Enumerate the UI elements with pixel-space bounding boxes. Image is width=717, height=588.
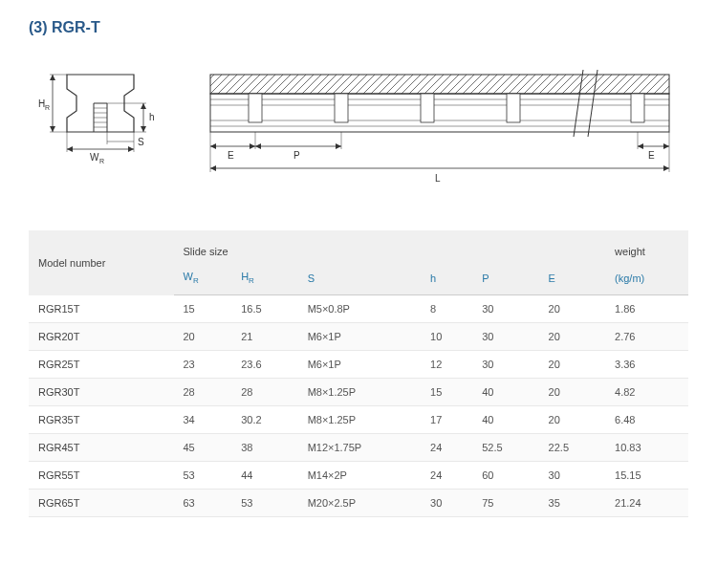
cell-S: M8×1.25P xyxy=(298,379,421,406)
cell-h: 15 xyxy=(421,379,472,406)
col-e: E xyxy=(539,265,605,295)
cell-P: 30 xyxy=(472,323,538,351)
table-row: RGR30T2828M8×1.25P1540204.82 xyxy=(29,379,688,406)
cell-h: 12 xyxy=(421,351,472,379)
cell-h: 24 xyxy=(421,462,472,490)
cell-model: RGR15T xyxy=(29,295,174,323)
cell-weight: 21.24 xyxy=(605,490,688,517)
svg-text:E: E xyxy=(228,150,234,161)
cell-HR: 16.5 xyxy=(231,295,297,323)
cell-model: RGR45T xyxy=(29,434,174,462)
cell-weight: 1.86 xyxy=(605,295,688,323)
table-row: RGR15T1516.5M5×0.8P830201.86 xyxy=(29,295,688,323)
table-row: RGR35T3430.2M8×1.25P1740206.48 xyxy=(29,406,688,434)
svg-text:R: R xyxy=(45,104,50,111)
col-wr: WR xyxy=(174,265,232,295)
cell-E: 20 xyxy=(539,323,605,351)
cell-h: 17 xyxy=(421,406,472,434)
svg-text:L: L xyxy=(435,173,441,184)
cell-E: 20 xyxy=(539,351,605,379)
cell-P: 40 xyxy=(472,379,538,406)
cell-E: 22.5 xyxy=(539,434,605,462)
cell-HR: 53 xyxy=(231,490,297,517)
cell-P: 40 xyxy=(472,406,538,434)
svg-rect-24 xyxy=(210,75,669,94)
cell-E: 30 xyxy=(539,462,605,490)
svg-rect-34 xyxy=(631,94,644,122)
cell-WR: 28 xyxy=(174,379,232,406)
cell-S: M8×1.25P xyxy=(298,406,421,434)
col-hr: HR xyxy=(231,265,297,295)
col-h: h xyxy=(421,265,472,295)
cell-weight: 4.82 xyxy=(605,379,688,406)
table-row: RGR55T5344M14×2P24603015.15 xyxy=(29,462,688,490)
svg-text:h: h xyxy=(149,112,155,122)
cell-model: RGR20T xyxy=(29,323,174,351)
table-row: RGR45T4538M12×1.75P2452.522.510.83 xyxy=(29,434,688,462)
cell-WR: 23 xyxy=(174,351,232,379)
table-row: RGR65T6353M20×2.5P30753521.24 xyxy=(29,490,688,517)
cell-P: 75 xyxy=(472,490,538,517)
col-model: Model number xyxy=(29,230,174,295)
cell-S: M6×1P xyxy=(298,323,421,351)
cell-P: 30 xyxy=(472,351,538,379)
col-weight-unit: (kg/m) xyxy=(605,265,688,295)
col-s: S xyxy=(298,265,421,295)
svg-text:S: S xyxy=(138,137,144,147)
cell-WR: 15 xyxy=(174,295,232,323)
cell-WR: 20 xyxy=(174,323,232,351)
cell-h: 24 xyxy=(421,434,472,462)
cell-h: 8 xyxy=(421,295,472,323)
svg-rect-30 xyxy=(249,94,262,122)
cell-S: M5×0.8P xyxy=(298,295,421,323)
cell-WR: 45 xyxy=(174,434,232,462)
cell-weight: 15.15 xyxy=(605,462,688,490)
diagram-row: H R h W R S xyxy=(29,65,688,192)
cell-S: M20×2.5P xyxy=(298,490,421,517)
cell-model: RGR35T xyxy=(29,406,174,434)
cell-P: 60 xyxy=(472,462,538,490)
svg-text:E: E xyxy=(648,150,655,161)
cell-E: 20 xyxy=(539,379,605,406)
cell-E: 20 xyxy=(539,295,605,323)
cell-HR: 21 xyxy=(231,323,297,351)
cell-HR: 30.2 xyxy=(231,406,297,434)
cell-S: M14×2P xyxy=(298,462,421,490)
col-weight: weight xyxy=(605,230,688,265)
cell-model: RGR25T xyxy=(29,351,174,379)
svg-text:P: P xyxy=(293,150,300,161)
cell-weight: 2.76 xyxy=(605,323,688,351)
cell-S: M6×1P xyxy=(298,351,421,379)
cell-P: 52.5 xyxy=(472,434,538,462)
cell-weight: 10.83 xyxy=(605,434,688,462)
cell-E: 20 xyxy=(539,406,605,434)
cell-HR: 28 xyxy=(231,379,297,406)
col-slide-size: Slide size xyxy=(174,230,606,265)
side-view-diagram: E P E L xyxy=(201,65,688,192)
cell-WR: 63 xyxy=(174,490,232,517)
cell-E: 35 xyxy=(539,490,605,517)
cell-h: 30 xyxy=(421,490,472,517)
cell-model: RGR55T xyxy=(29,462,174,490)
spec-table: Model number Slide size weight WR HR S h… xyxy=(29,230,688,517)
cross-section-diagram: H R h W R S xyxy=(29,65,163,173)
svg-rect-31 xyxy=(335,94,348,122)
cell-model: RGR65T xyxy=(29,490,174,517)
cell-HR: 38 xyxy=(231,434,297,462)
cell-P: 30 xyxy=(472,295,538,323)
cell-HR: 44 xyxy=(231,462,297,490)
cell-model: RGR30T xyxy=(29,379,174,406)
col-p: P xyxy=(472,265,538,295)
cell-WR: 34 xyxy=(174,406,232,434)
svg-rect-33 xyxy=(507,94,520,122)
svg-text:R: R xyxy=(99,158,104,164)
section-title: (3) RGR-T xyxy=(29,19,688,36)
cell-h: 10 xyxy=(421,323,472,351)
svg-text:W: W xyxy=(90,152,99,163)
cell-WR: 53 xyxy=(174,462,232,490)
table-row: RGR25T2323.6M6×1P1230203.36 xyxy=(29,351,688,379)
table-row: RGR20T2021M6×1P1030202.76 xyxy=(29,323,688,351)
cell-S: M12×1.75P xyxy=(298,434,421,462)
cell-HR: 23.6 xyxy=(231,351,297,379)
svg-rect-32 xyxy=(421,94,434,122)
